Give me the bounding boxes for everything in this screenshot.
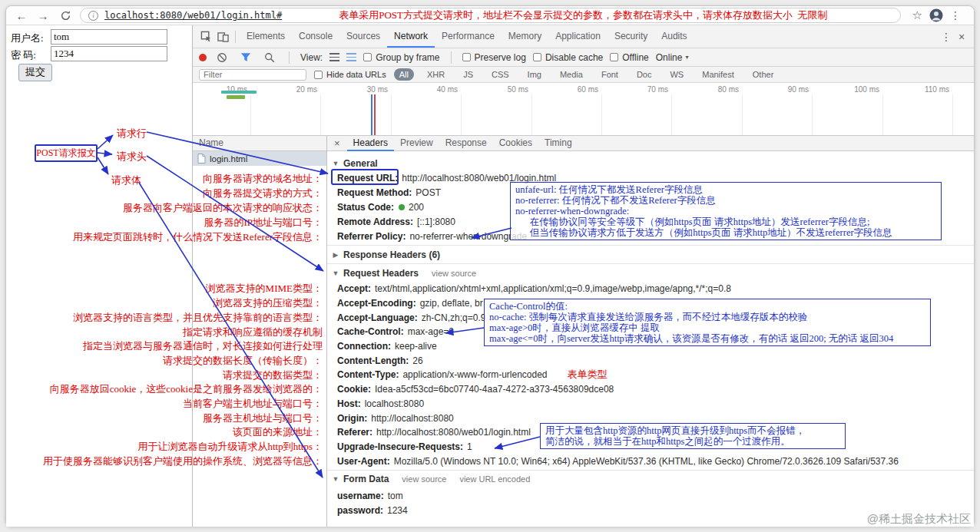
disclosure-open-icon: ▼ <box>332 475 339 483</box>
detail-tabs: × Headers Preview Response Cookies Timin… <box>327 136 974 151</box>
refresh-icon[interactable] <box>57 7 74 24</box>
username-label: 用户名: <box>11 31 44 45</box>
network-filter-bar: Hide data URLs All XHR JS CSS Img Media … <box>193 67 974 83</box>
offline-checkbox[interactable]: Offline <box>610 52 648 63</box>
clear-icon[interactable] <box>214 49 230 66</box>
detail-tab-response[interactable]: Response <box>439 136 493 151</box>
header-cache-control: Cache-Control:max-age=0 <box>327 325 974 339</box>
profile-avatar-icon[interactable] <box>928 7 945 24</box>
filter-type-other[interactable]: Other <box>747 68 780 81</box>
general-status-code: Status Code:200 <box>327 200 974 214</box>
filter-type-ws[interactable]: WS <box>664 68 689 81</box>
general-request-method: Request Method:POST <box>327 185 974 200</box>
section-form-data[interactable]: ▼ Form Data view source view URL encoded <box>327 472 974 487</box>
divider <box>327 263 974 264</box>
form-data-username: username:tom <box>327 489 974 504</box>
search-icon[interactable] <box>261 49 278 66</box>
request-row-login[interactable]: login.html <box>193 151 326 166</box>
general-request-url: Request URL:http://localhost:8080/web01/… <box>327 170 974 185</box>
header-connection: Connection:keep-alive <box>327 339 974 354</box>
tab-elements[interactable]: Elements <box>240 25 292 48</box>
detail-tab-headers[interactable]: Headers <box>347 136 394 151</box>
waterfall-bar-green <box>227 95 245 99</box>
screen: ← → i localhost:8080/web01/login.html# 表… <box>0 0 980 532</box>
close-detail-icon[interactable]: × <box>327 137 347 149</box>
timeline-tick: 40 ms <box>437 85 461 94</box>
throttling-dropdown[interactable]: Online▾ <box>656 52 689 63</box>
address-bar[interactable]: i localhost:8080/web01/login.html# 表单采用P… <box>80 8 901 23</box>
header-accept: Accept:text/html,application/xhtml+xml,a… <box>327 282 974 296</box>
timeline-tick: 70 ms <box>647 85 671 94</box>
filter-type-css[interactable]: CSS <box>486 68 515 81</box>
filter-type-manifest[interactable]: Manifest <box>697 68 740 81</box>
tab-network[interactable]: Network <box>387 25 435 48</box>
status-ok-icon <box>399 204 405 210</box>
checkbox-box <box>314 71 323 79</box>
record-icon[interactable] <box>199 54 207 61</box>
request-detail-panel: × Headers Preview Response Cookies Timin… <box>326 136 974 527</box>
submit-button[interactable]: 提交 <box>18 64 52 81</box>
browser-menu-icon[interactable]: ⋮ <box>950 9 961 21</box>
header-referer: Referer:http://localhost:8080/web01/logi… <box>327 425 974 440</box>
column-header-name[interactable]: Name <box>193 136 326 151</box>
tab-application[interactable]: Application <box>548 25 608 48</box>
view-source-link[interactable]: view source <box>402 474 446 484</box>
filter-funnel-icon[interactable] <box>237 49 254 66</box>
gridline <box>601 94 602 135</box>
device-toolbar-icon[interactable] <box>214 28 231 45</box>
timeline-tick: 100 ms <box>854 85 882 94</box>
back-icon[interactable]: ← <box>14 9 29 22</box>
section-general[interactable]: ▼ General <box>327 156 974 170</box>
header-host: Host:localhost:8080 <box>327 397 974 411</box>
tab-console[interactable]: Console <box>292 25 339 48</box>
header-cookie: Cookie:Idea-a5cf53cd=6bc07740-4aa7-4272-… <box>327 382 974 397</box>
network-main: Name login.html × Headers Preview Respon… <box>193 136 974 527</box>
timeline-tick: 80 ms <box>718 85 742 94</box>
tab-performance[interactable]: Performance <box>435 25 502 48</box>
filter-input[interactable] <box>199 69 306 81</box>
list-view-icon[interactable] <box>329 53 339 61</box>
general-remote-address: Remote Address:[::1]:8080 <box>327 214 974 229</box>
checkbox-box <box>533 53 541 61</box>
section-request-headers[interactable]: ▼ Request Headers view source <box>327 266 974 280</box>
bookmark-star-icon[interactable]: ☆ <box>912 8 922 22</box>
password-field[interactable] <box>51 46 167 61</box>
detail-tab-timing[interactable]: Timing <box>538 136 578 151</box>
inspect-element-icon[interactable] <box>197 28 214 45</box>
divider <box>327 245 974 246</box>
filter-type-xhr[interactable]: XHR <box>422 68 450 81</box>
filter-type-js[interactable]: JS <box>458 68 478 81</box>
network-overview-timeline[interactable]: 10 ms 20 ms 30 ms 40 ms 50 ms 60 ms 70 m… <box>193 83 974 136</box>
tab-audits[interactable]: Audits <box>654 25 694 48</box>
devtools-tabbar: Elements Console Sources Network Perform… <box>193 25 974 48</box>
filter-type-font[interactable]: Font <box>596 68 624 81</box>
devtools-more-icon[interactable]: ⋮ <box>939 31 954 43</box>
filter-type-media[interactable]: Media <box>555 68 588 81</box>
username-field[interactable] <box>51 29 167 45</box>
disable-cache-checkbox[interactable]: Disable cache <box>533 52 603 63</box>
group-by-frame-checkbox[interactable]: Group by frame <box>363 52 439 63</box>
info-icon[interactable]: i <box>88 11 98 21</box>
divider <box>235 31 236 43</box>
view-source-link[interactable]: view source <box>432 269 476 278</box>
overview-view-icon[interactable] <box>346 53 356 61</box>
preserve-log-checkbox[interactable]: Preserve log <box>462 52 526 63</box>
domcontentloaded-marker <box>371 94 372 135</box>
gridline <box>882 94 883 135</box>
detail-tab-cookies[interactable]: Cookies <box>493 136 538 151</box>
gridline <box>812 94 813 135</box>
filter-type-doc[interactable]: Doc <box>631 68 657 81</box>
hide-data-urls-checkbox[interactable]: Hide data URLs <box>314 70 386 79</box>
tab-memory[interactable]: Memory <box>502 25 548 48</box>
filter-type-img[interactable]: Img <box>522 68 547 81</box>
forward-icon[interactable]: → <box>35 9 51 22</box>
filter-type-all[interactable]: All <box>394 68 414 81</box>
chevron-down-icon: ▾ <box>685 54 688 61</box>
detail-tab-preview[interactable]: Preview <box>394 136 439 151</box>
devtools-close-icon[interactable]: × <box>954 31 969 43</box>
tab-security[interactable]: Security <box>608 25 654 48</box>
view-url-encoded-link[interactable]: view URL encoded <box>459 474 530 484</box>
tab-sources[interactable]: Sources <box>339 25 387 48</box>
general-referrer-policy: Referrer Policy:no-referrer-when-downgra… <box>327 229 974 243</box>
section-response-headers[interactable]: ▶ Response Headers (6) <box>327 247 974 262</box>
